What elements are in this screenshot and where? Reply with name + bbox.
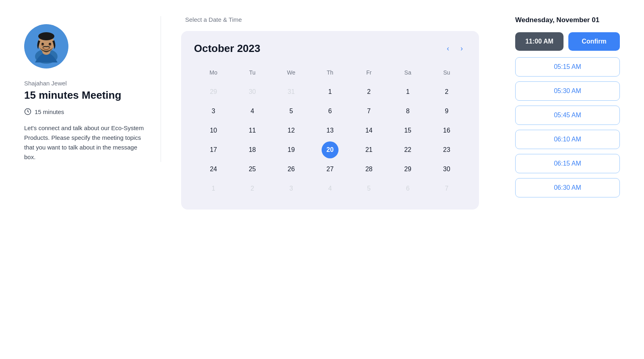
time-slot-button[interactable]: 06:15 AM (515, 154, 620, 173)
calendar-day[interactable]: 6 (322, 103, 339, 120)
day-header: Mo (194, 66, 233, 82)
calendar-day[interactable]: 2 (438, 83, 455, 100)
day-header: Fr (349, 66, 388, 82)
calendar-day[interactable]: 5 (283, 103, 299, 120)
calendar-day[interactable]: 9 (438, 103, 455, 120)
calendar-day[interactable]: 22 (399, 141, 416, 158)
calendar-day: 1 (205, 180, 222, 197)
day-header: Su (427, 66, 466, 82)
calendar-day: 3 (283, 180, 299, 197)
prev-month-button[interactable]: ‹ (444, 43, 452, 54)
calendar-day[interactable]: 16 (438, 122, 455, 139)
calendar-day[interactable]: 28 (361, 161, 378, 178)
clock-icon (24, 108, 31, 115)
calendar-day[interactable]: 27 (322, 161, 339, 178)
calendar-day: 5 (361, 180, 378, 197)
time-slot-button[interactable]: 05:30 AM (515, 81, 620, 101)
calendar-day: 6 (399, 180, 416, 197)
meeting-title: 15 minutes Meeting (24, 89, 144, 102)
calendar-day[interactable]: 2 (361, 83, 378, 100)
left-panel: Shajahan Jewel 15 minutes Meeting 15 min… (24, 16, 161, 162)
confirm-button[interactable]: Confirm (568, 32, 620, 51)
time-slot-button[interactable]: 05:45 AM (515, 106, 620, 125)
right-panel: Wednesday, November 01 11:00 AM Confirm … (499, 16, 620, 202)
calendar-day[interactable]: 30 (438, 161, 455, 178)
section-label: Select a Date & Time (185, 16, 479, 23)
calendar-day[interactable]: 1 (399, 83, 416, 100)
calendar-day[interactable]: 7 (361, 103, 378, 120)
duration-label: 15 minutes (35, 108, 64, 115)
day-header: We (272, 66, 311, 82)
svg-point-7 (42, 43, 44, 45)
time-action-row: 11:00 AM Confirm (515, 32, 620, 51)
svg-point-8 (49, 43, 51, 45)
calendar-day[interactable]: 13 (322, 122, 339, 139)
calendar-day[interactable]: 14 (361, 122, 378, 139)
calendar-grid: MoTuWeThFrSaSu29303112123456789101112131… (194, 66, 466, 198)
duration-row: 15 minutes (24, 108, 144, 115)
calendar-day[interactable]: 17 (205, 141, 222, 158)
calendar-day[interactable]: 24 (205, 161, 222, 178)
calendar-card: October 2023 ‹ › MoTuWeThFrSaSu293031121… (181, 31, 479, 210)
calendar-day: 4 (322, 180, 339, 197)
calendar-day[interactable]: 26 (283, 161, 299, 178)
calendar-day: 29 (205, 83, 222, 100)
selected-date: Wednesday, November 01 (515, 16, 620, 24)
calendar-day[interactable]: 15 (399, 122, 416, 139)
day-header: Tu (233, 66, 272, 82)
calendar-day[interactable]: 21 (361, 141, 378, 158)
month-year: October 2023 (194, 42, 260, 55)
calendar-day[interactable]: 25 (244, 161, 261, 178)
time-slot-button[interactable]: 05:15 AM (515, 57, 620, 77)
avatar (24, 24, 68, 68)
calendar-day: 30 (244, 83, 261, 100)
host-name: Shajahan Jewel (24, 80, 144, 87)
time-slots-container: 05:15 AM05:30 AM05:45 AM06:10 AM06:15 AM… (515, 57, 620, 197)
calendar-day[interactable]: 8 (399, 103, 416, 120)
calendar-day[interactable]: 19 (283, 141, 299, 158)
calendar-day[interactable]: 29 (399, 161, 416, 178)
calendar-day[interactable]: 4 (244, 103, 261, 120)
next-month-button[interactable]: › (457, 43, 466, 54)
calendar-day: 31 (283, 83, 299, 100)
time-slot-button[interactable]: 06:10 AM (515, 130, 620, 149)
calendar-day: 7 (438, 180, 455, 197)
selected-time-button[interactable]: 11:00 AM (515, 32, 564, 51)
calendar-day[interactable]: 11 (244, 122, 261, 139)
calendar-day: 2 (244, 180, 261, 197)
day-header: Th (311, 66, 350, 82)
calendar-day[interactable]: 23 (438, 141, 455, 158)
calendar-header: October 2023 ‹ › (194, 42, 466, 55)
svg-point-4 (38, 32, 54, 40)
calendar-day[interactable]: 12 (283, 122, 299, 139)
calendar-day[interactable]: 20 (322, 141, 339, 158)
center-panel: Select a Date & Time October 2023 ‹ › Mo… (161, 16, 499, 210)
description: Let's connect and talk about our Eco-Sys… (24, 123, 144, 162)
day-header: Sa (388, 66, 427, 82)
time-slot-button[interactable]: 06:30 AM (515, 178, 620, 197)
nav-buttons: ‹ › (444, 43, 466, 54)
calendar-day[interactable]: 10 (205, 122, 222, 139)
calendar-day[interactable]: 18 (244, 141, 261, 158)
calendar-day[interactable]: 3 (205, 103, 222, 120)
calendar-day[interactable]: 1 (322, 83, 339, 100)
